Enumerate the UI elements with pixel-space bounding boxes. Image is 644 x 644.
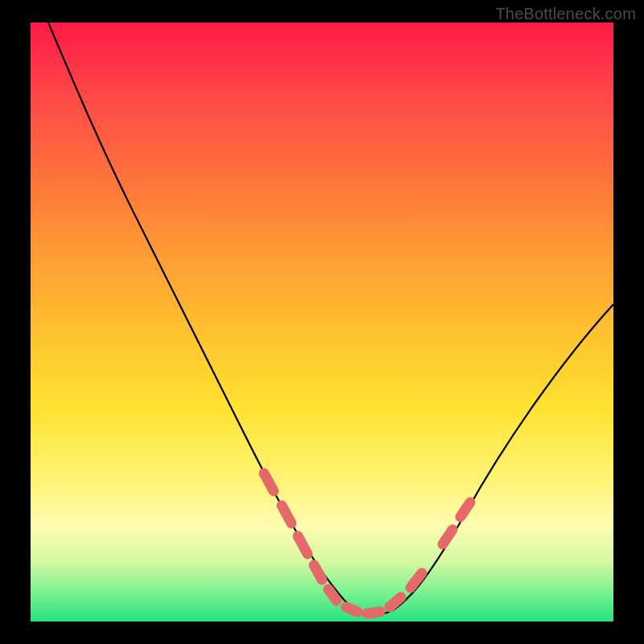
highlight-dashes — [264, 473, 470, 613]
svg-line-1 — [282, 506, 291, 523]
svg-line-3 — [314, 565, 322, 580]
svg-line-0 — [264, 473, 274, 491]
svg-line-8 — [411, 573, 422, 588]
svg-line-9 — [443, 530, 452, 544]
bottleneck-curve — [48, 23, 613, 614]
plot-area — [31, 23, 613, 621]
svg-line-4 — [328, 589, 336, 601]
svg-line-6 — [367, 612, 380, 613]
chart-frame: TheBottleneck.com — [0, 0, 644, 644]
svg-line-5 — [346, 607, 357, 612]
svg-line-10 — [460, 502, 470, 517]
svg-line-7 — [390, 597, 401, 607]
svg-line-2 — [298, 536, 308, 554]
watermark-text: TheBottleneck.com — [495, 5, 636, 23]
curve-svg — [31, 23, 613, 621]
